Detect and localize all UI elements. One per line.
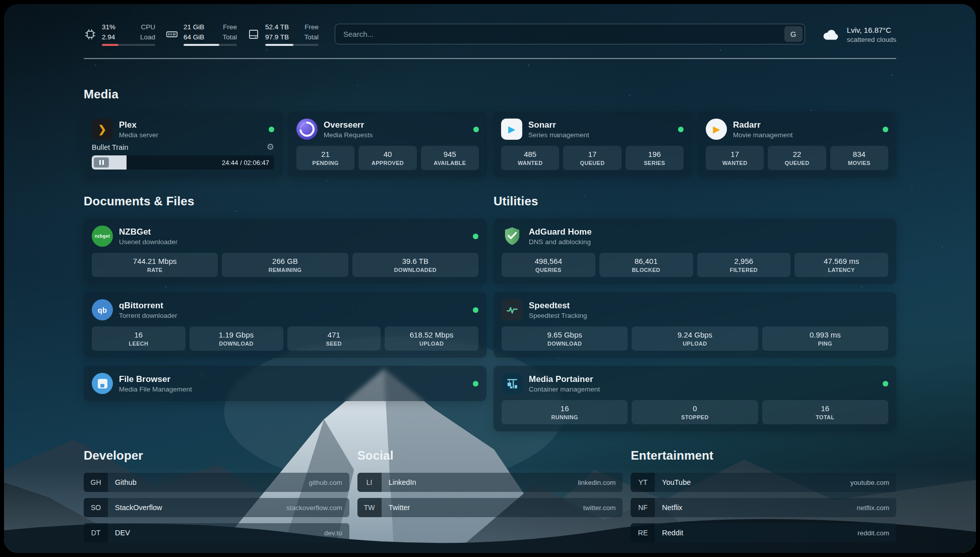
bookmark-url: stackoverflow.com	[286, 504, 342, 512]
card-subtitle: Container management	[529, 385, 600, 393]
disk-widget: 52.4 TB Free 97.9 TB Total	[247, 22, 319, 46]
status-dot	[473, 381, 478, 386]
card-radarr[interactable]: Radarr Movie management 17 WANTED 22 QUE…	[698, 112, 896, 177]
bookmark-group-entertainment: Entertainment YT YouTube youtube.com NF …	[631, 449, 896, 542]
cloud-icon	[821, 27, 840, 42]
radarr-icon	[706, 119, 727, 140]
card-title: Media Portainer	[529, 374, 600, 384]
section-heading-entertainment: Entertainment	[631, 449, 896, 463]
bookmark-twitter[interactable]: TW Twitter twitter.com	[357, 498, 623, 517]
bookmark-name: Reddit	[662, 529, 683, 537]
card-title: Sonarr	[528, 120, 589, 130]
filebrowser-icon	[92, 373, 113, 394]
card-subtitle: Series management	[528, 131, 589, 139]
stat-downloaded: 39.6 TB DOWNLOADED	[352, 253, 478, 277]
adguard-icon	[502, 226, 523, 247]
playback-progress-bar[interactable]: 24:44 / 02:06:47	[92, 155, 274, 170]
bookmark-youtube[interactable]: YT YouTube youtube.com	[631, 473, 896, 492]
bookmark-github[interactable]: GH Github github.com	[84, 473, 349, 492]
card-speedtest[interactable]: Speedtest Speedtest Tracking 9.65 Gbps D…	[494, 292, 896, 358]
bookmark-name: Github	[115, 478, 137, 486]
stat-series: 196 SERIES	[626, 146, 684, 170]
stat-download: 1.19 Gbps DOWNLOAD	[190, 326, 283, 351]
bookmark-abbr: SO	[84, 498, 108, 517]
bookmark-name: DEV	[115, 529, 130, 537]
card-subtitle: DNS and adblocking	[529, 238, 592, 246]
cpu-row-2: 2.94 Load	[102, 32, 155, 42]
card-subtitle: Movie management	[733, 131, 793, 139]
card-plex[interactable]: Plex Media server Bullet Train ⚙	[84, 112, 282, 177]
status-dot	[883, 381, 888, 386]
card-title: qBittorrent	[119, 300, 177, 311]
stat-stopped: 0 STOPPED	[632, 400, 758, 424]
bookmark-linkedin[interactable]: LI LinkedIn linkedin.com	[357, 473, 623, 492]
stat-seed: 471 SEED	[287, 326, 381, 351]
card-filebrowser[interactable]: File Browser Media File Management	[84, 366, 486, 401]
header-divider	[84, 58, 896, 59]
bookmark-group-developer: Developer GH Github github.com SO StackO…	[84, 449, 349, 542]
card-qbittorrent[interactable]: qb qBittorrent Torrent downloader 16 LEE…	[84, 292, 486, 358]
bookmark-name: YouTube	[662, 478, 691, 486]
overseerr-icon	[296, 119, 318, 140]
bookmark-url: linkedin.com	[578, 479, 616, 486]
gear-icon[interactable]: ⚙	[267, 143, 274, 151]
stat-queued: 22 QUEUED	[768, 146, 826, 170]
stat-filtered: 2,956 FILTERED	[697, 253, 791, 277]
stat-queued: 17 QUEUED	[563, 146, 621, 170]
search-input[interactable]	[335, 24, 805, 44]
bookmark-name: Twitter	[389, 504, 410, 512]
status-dot	[883, 127, 888, 132]
bookmark-reddit[interactable]: RE Reddit reddit.com	[631, 523, 896, 542]
memory-usage-bar	[183, 44, 237, 46]
stat-download: 9.65 Gbps DOWNLOAD	[502, 326, 628, 351]
bookmark-dev[interactable]: DT DEV dev.to	[84, 523, 349, 542]
bookmark-name: Netflix	[662, 504, 682, 512]
card-portainer[interactable]: Media Portainer Container management 16 …	[494, 366, 896, 431]
plex-now-playing: Bullet Train ⚙ 24:44 / 02:06:47	[92, 143, 274, 170]
bookmark-stackoverflow[interactable]: SO StackOverflow stackoverflow.com	[84, 498, 349, 517]
nzbget-icon: nzbget	[92, 226, 113, 247]
pause-button[interactable]	[94, 157, 109, 168]
memory-free-label: Free	[223, 22, 237, 32]
cpu-load-value: 2.94	[102, 32, 115, 42]
search-provider-button[interactable]: G	[784, 26, 803, 42]
card-subtitle: Torrent downloader	[119, 312, 177, 319]
status-dot	[473, 127, 479, 132]
stat-wanted: 485 WANTED	[501, 146, 559, 170]
plex-icon	[92, 119, 113, 140]
cpu-load-label: Load	[140, 32, 155, 42]
section-heading-developer: Developer	[84, 449, 349, 463]
status-dot	[473, 234, 478, 239]
card-title: Speedtest	[529, 300, 587, 311]
stat-total: 16 TOTAL	[762, 400, 888, 424]
cpu-icon	[84, 28, 97, 41]
bookmark-abbr: TW	[357, 498, 382, 517]
dashboard: 31% CPU 2.94 Load	[4, 4, 976, 553]
disk-row-2: 97.9 TB Total	[265, 32, 319, 42]
card-title: File Browser	[119, 374, 192, 384]
card-adguard[interactable]: AdGuard Home DNS and adblocking 498,564 …	[494, 218, 896, 284]
status-dot	[678, 127, 684, 132]
card-subtitle: Media File Management	[119, 385, 192, 393]
bookmark-url: dev.to	[324, 529, 342, 537]
card-nzbget[interactable]: nzbget NZBGet Usenet downloader 744.21 M…	[84, 218, 486, 284]
card-sonarr[interactable]: Sonarr Series management 485 WANTED 17 Q…	[493, 112, 692, 177]
bookmark-abbr: YT	[631, 473, 655, 492]
card-overseerr[interactable]: Overseerr Media Requests 21 PENDING 40 A…	[288, 112, 487, 177]
cpu-percent: 31%	[102, 22, 115, 32]
stat-upload: 618.52 Mbps UPLOAD	[385, 326, 478, 351]
bookmark-abbr: DT	[84, 523, 108, 542]
top-bar: 31% CPU 2.94 Load	[84, 22, 896, 46]
playback-time: 24:44 / 02:06:47	[222, 159, 269, 166]
memory-row-1: 21 GiB Free	[183, 22, 237, 32]
section-media: Media Plex Media server Bullet Train	[84, 87, 896, 177]
bookmark-abbr: GH	[84, 473, 108, 492]
speedtest-icon	[502, 299, 523, 320]
card-title: Overseerr	[324, 120, 373, 130]
stat-queries: 498,564 QUERIES	[502, 253, 595, 277]
bookmark-netflix[interactable]: NF Netflix netflix.com	[631, 498, 896, 517]
card-title: AdGuard Home	[529, 227, 592, 237]
card-subtitle: Media Requests	[324, 131, 373, 139]
bookmark-group-social: Social LI LinkedIn linkedin.com TW Twitt…	[357, 449, 623, 542]
bookmark-url: github.com	[309, 479, 342, 486]
